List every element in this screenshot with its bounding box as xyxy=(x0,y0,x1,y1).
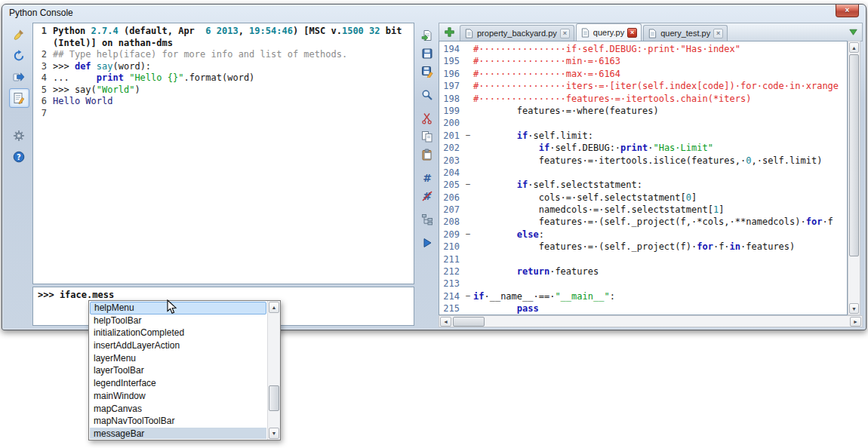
editor-code-line: 207 namedcols·=·self.selectstatment[1] xyxy=(439,204,847,216)
import-class-button[interactable] xyxy=(9,67,29,87)
autocomplete-item[interactable]: helpToolBar xyxy=(90,315,266,327)
console-line: 3>>> def say(word): xyxy=(33,61,414,73)
tab-list-button[interactable] xyxy=(846,25,860,38)
gear-icon xyxy=(13,130,25,142)
fold-marker-icon[interactable]: − xyxy=(463,229,473,241)
line-number xyxy=(33,38,53,50)
fold-column xyxy=(463,155,473,167)
code-text: #················min·=·6163 xyxy=(473,55,620,67)
tab-property_backyard.py[interactable]: property_backyard.py× xyxy=(460,25,574,41)
line-number: 196 xyxy=(439,68,463,80)
line-number: 209 xyxy=(439,229,463,241)
scroll-down-icon[interactable]: ▼ xyxy=(849,303,859,314)
uncomment-button[interactable]: # xyxy=(418,188,436,204)
editor-horizontal-scrollbar[interactable]: ◄ ► xyxy=(439,315,863,327)
scroll-left-icon[interactable]: ◄ xyxy=(440,317,451,327)
autocomplete-item[interactable]: mapNavToolToolBar xyxy=(90,415,266,428)
autocomplete-item[interactable]: helpMenu xyxy=(90,302,266,315)
editor-code-line: 200 xyxy=(439,117,847,129)
editor-code-line: 196#················max·=·6164 xyxy=(439,68,847,80)
fold-marker-icon[interactable]: − xyxy=(463,130,473,142)
tab-query.py[interactable]: query.py× xyxy=(576,23,642,41)
vertical-scroll-thumb[interactable] xyxy=(849,54,859,256)
scroll-right-icon[interactable]: ► xyxy=(850,317,861,327)
autocomplete-scroll-thumb[interactable] xyxy=(269,385,279,411)
tabs: property_backyard.py×query.py×query_test… xyxy=(460,23,729,41)
fold-column xyxy=(463,55,473,67)
autocomplete-item[interactable]: legendInterface xyxy=(90,377,266,390)
paste-icon xyxy=(421,149,433,161)
tab-close-icon[interactable]: × xyxy=(627,28,637,38)
options-button[interactable] xyxy=(9,126,29,146)
console-input-text: >>> iface.mess xyxy=(38,290,114,300)
cut-button[interactable] xyxy=(418,110,436,127)
code-text: Python 2.7.4 (default, Apr 6 2013, 19:54… xyxy=(53,26,402,38)
tab-close-icon[interactable]: × xyxy=(713,29,723,38)
line-number: 204 xyxy=(439,167,463,179)
fold-marker-icon[interactable]: − xyxy=(463,290,473,302)
save-as-button[interactable] xyxy=(418,63,436,80)
editor-code-line: 199 features·=·where(features) xyxy=(439,105,847,117)
help-button[interactable]: ? xyxy=(9,147,29,167)
paste-button[interactable] xyxy=(418,146,436,163)
line-number: 205 xyxy=(439,179,463,191)
copy-button[interactable] xyxy=(418,128,436,145)
autocomplete-item[interactable]: layerMenu xyxy=(90,352,266,365)
title-bar[interactable]: Python Console xyxy=(2,5,866,21)
window-close-button[interactable]: × xyxy=(836,5,859,17)
fold-column xyxy=(463,68,473,80)
clear-console-button[interactable] xyxy=(9,25,29,44)
fold-column xyxy=(463,302,473,315)
autocomplete-scrollbar[interactable]: ▲ ▼ xyxy=(267,301,280,440)
autocomplete-item[interactable]: messageBar xyxy=(90,428,266,439)
fold-column xyxy=(463,265,473,278)
editor-code-line: 212 return·features xyxy=(439,265,847,278)
find-text-button[interactable] xyxy=(418,87,436,103)
line-number: 207 xyxy=(439,204,463,216)
code-text: features·=·(self._project(f,·*cols,·**na… xyxy=(473,216,833,228)
save-icon xyxy=(421,48,433,60)
code-text: features·=·itertools.islice(features,·0,… xyxy=(473,155,822,167)
console-line: 4... print "Hello {}".format(word) xyxy=(33,72,414,84)
autocomplete-item[interactable]: layerToolBar xyxy=(90,364,266,377)
fold-marker-icon[interactable]: − xyxy=(463,179,473,191)
scroll-down-icon[interactable]: ▼ xyxy=(269,428,279,439)
editor-code-area[interactable]: 194#················if·self.DEBUG:·print… xyxy=(439,41,848,315)
comment-button[interactable]: # xyxy=(418,170,436,186)
editor-code-line: 206 cols·=·self.selectstatment[0] xyxy=(439,192,847,204)
tab-close-icon[interactable]: × xyxy=(560,29,570,38)
scroll-up-icon[interactable]: ▲ xyxy=(849,42,859,53)
fold-column xyxy=(463,241,473,253)
line-number: 215 xyxy=(439,302,463,315)
console-output[interactable]: 1Python 2.7.4 (default, Apr 6 2013, 19:5… xyxy=(32,23,414,284)
window-title: Python Console xyxy=(9,8,73,18)
line-number: 198 xyxy=(439,93,463,105)
autocomplete-item[interactable]: initializationCompleted xyxy=(90,327,266,339)
editor-code-line: 197#················iters·=·[iter(self.i… xyxy=(439,80,847,92)
horizontal-scroll-thumb[interactable] xyxy=(453,317,485,327)
run-script-button[interactable] xyxy=(418,235,436,251)
code-text: if·self.selectstatment: xyxy=(473,179,642,191)
fold-column xyxy=(463,117,473,129)
editor-code-line: 194#················if·self.DEBUG:·print… xyxy=(439,43,847,55)
show-editor-button[interactable] xyxy=(9,88,29,108)
editor-code-line: 201− if·self.limit: xyxy=(439,130,847,142)
tab-label: property_backyard.py xyxy=(477,29,557,38)
scroll-up-icon[interactable]: ▲ xyxy=(269,302,279,313)
code-text: else: xyxy=(473,229,544,241)
tab-query_test.py[interactable]: query_test.py× xyxy=(643,25,728,41)
open-file-button[interactable] xyxy=(418,27,436,44)
refresh-icon xyxy=(13,50,25,62)
editor-code-line: 198#················features·=·itertools… xyxy=(439,93,847,105)
new-editor-button[interactable] xyxy=(442,24,457,40)
console-line: 5>>> say("World") xyxy=(33,84,414,97)
object-inspector-button[interactable] xyxy=(418,211,436,228)
line-number: 3 xyxy=(33,61,53,73)
editor-vertical-scrollbar[interactable]: ▲ ▼ xyxy=(848,41,860,315)
autocomplete-item[interactable]: insertAddLayerAction xyxy=(90,339,266,352)
run-command-button[interactable] xyxy=(9,46,29,66)
autocomplete-item[interactable]: mapCanvas xyxy=(90,403,266,416)
autocomplete-item[interactable]: mainWindow xyxy=(90,390,266,403)
line-number: 2 xyxy=(33,49,53,61)
save-button[interactable] xyxy=(418,45,436,62)
